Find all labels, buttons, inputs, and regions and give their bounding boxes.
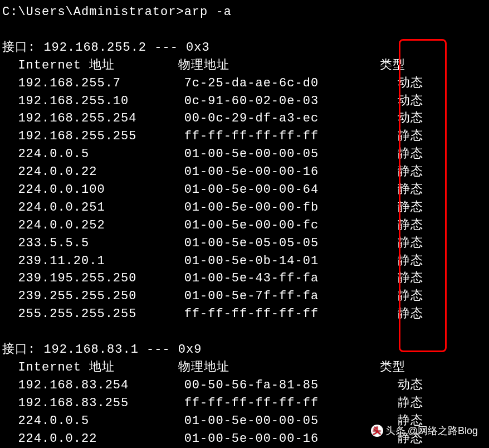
blank-line xyxy=(2,323,489,341)
interface1-columns: Internet 地址 物理地址 类型 xyxy=(2,57,489,75)
arp-table2-row: 192.168.83.255 ff-ff-ff-ff-ff-ff 静态 xyxy=(2,395,489,412)
arp-table1-row: 255.255.255.255 ff-ff-ff-ff-ff-ff 静态 xyxy=(2,305,489,323)
arp-table1-row: 224.0.0.251 01-00-5e-00-00-fb 静态 xyxy=(2,199,489,217)
arp-table1-row: 239.195.255.250 01-00-5e-43-ff-fa 静态 xyxy=(2,270,489,288)
interface2-header: 接口: 192.168.83.1 --- 0x9 xyxy=(2,341,489,359)
watermark-prefix: 头条 xyxy=(385,423,405,438)
arp-table1-row: 224.0.0.22 01-00-5e-00-00-16 静态 xyxy=(2,163,489,181)
arp-table1-row: 224.0.0.252 01-00-5e-00-00-fc 静态 xyxy=(2,217,489,235)
arp-table1-row: 192.168.255.254 00-0c-29-df-a3-ec 动态 xyxy=(2,110,489,128)
arp-table1-row: 233.5.5.5 01-00-5e-05-05-05 静态 xyxy=(2,235,489,252)
arp-table1-row: 239.255.255.250 01-00-5e-7f-ff-fa 静态 xyxy=(2,288,489,305)
blank-line xyxy=(2,21,489,39)
interface1-header: 接口: 192.168.255.2 --- 0x3 xyxy=(2,39,489,57)
watermark-author: @网络之路Blog xyxy=(408,423,478,438)
arp-table1-row: 192.168.255.7 7c-25-da-ae-6c-d0 动态 xyxy=(2,75,489,92)
arp-table1-row: 192.168.255.10 0c-91-60-02-0e-03 动态 xyxy=(2,92,489,110)
command-prompt: C:\Users\Administrator>arp -a xyxy=(2,3,489,21)
toutiao-icon: 头 xyxy=(371,425,383,437)
arp-table1-row: 224.0.0.100 01-00-5e-00-00-64 静态 xyxy=(2,181,489,199)
arp-table1-row: 224.0.0.5 01-00-5e-00-00-05 静态 xyxy=(2,145,489,163)
watermark: 头 头条 @网络之路Blog xyxy=(371,423,478,438)
arp-table2-row: 192.168.83.254 00-50-56-fa-81-85 动态 xyxy=(2,377,489,395)
arp-table1-row: 192.168.255.255 ff-ff-ff-ff-ff-ff 静态 xyxy=(2,128,489,145)
arp-table1-row: 239.11.20.1 01-00-5e-0b-14-01 静态 xyxy=(2,252,489,270)
interface2-columns: Internet 地址 物理地址 类型 xyxy=(2,359,489,377)
